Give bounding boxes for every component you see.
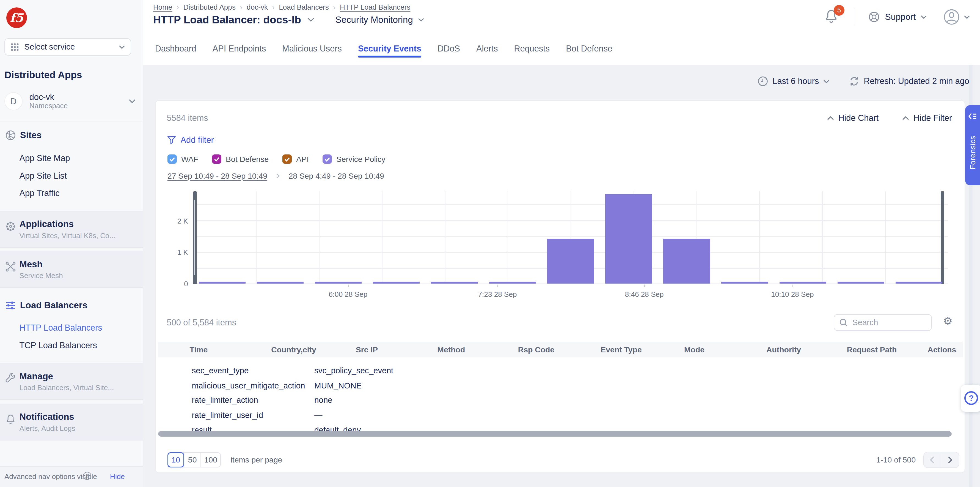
- sidebar-item-app-traffic[interactable]: App Traffic: [19, 188, 59, 198]
- user-menu[interactable]: [943, 8, 970, 26]
- sidebar-item-notifications[interactable]: Notifications Alerts, Audit Logs: [0, 404, 143, 441]
- tab-api-endpoints[interactable]: API Endpoints: [213, 44, 266, 61]
- time-range-selector[interactable]: Last 6 hours: [757, 76, 830, 87]
- breadcrumb-load-balancers[interactable]: Load Balancers: [279, 3, 329, 11]
- notification-count-badge: 5: [834, 5, 845, 16]
- row-key: rate_limiter_action: [192, 395, 258, 405]
- chart-bar: [896, 282, 942, 284]
- tab-bot-defense[interactable]: Bot Defense: [566, 44, 612, 61]
- previous-time-window-link[interactable]: 27 Sep 10:49 - 28 Sep 10:49: [167, 171, 267, 180]
- column-header-country-city: Country,city: [271, 345, 316, 354]
- tab-bar: Dashboard API Endpoints Malicious Users …: [155, 44, 612, 61]
- sidebar-item-tcp-load-balancers[interactable]: TCP Load Balancers: [19, 340, 97, 350]
- filter-checkbox-waf[interactable]: WAF: [167, 155, 198, 164]
- tab-security-events[interactable]: Security Events: [358, 44, 421, 61]
- y-axis-tick-0: 0: [161, 280, 188, 288]
- x-axis-label-1: 6:00 28 Sep: [329, 290, 368, 299]
- table-row[interactable]: rate_limiter_user_id —: [158, 408, 963, 423]
- checkbox-checked-icon: [323, 155, 332, 164]
- select-service-label: Select service: [24, 42, 75, 51]
- chart-bar: [721, 282, 768, 284]
- page-size-selector: 10 50 100: [167, 452, 221, 468]
- add-filter-button[interactable]: Add filter: [167, 135, 214, 145]
- sidebar-item-app-site-list[interactable]: App Site List: [19, 171, 67, 181]
- title-dropdown[interactable]: [307, 18, 314, 22]
- breadcrumb-home[interactable]: Home: [153, 3, 172, 11]
- sidebar-item-sites[interactable]: Sites: [5, 130, 41, 141]
- clock-icon: [757, 76, 768, 87]
- chart-bar: [199, 282, 245, 284]
- sidebar-item-subtitle: Service Mesh: [19, 271, 63, 280]
- filter-checkbox-row: WAF Bot Defense API Service Policy: [167, 155, 385, 164]
- hide-chart-button[interactable]: Hide Chart: [827, 113, 879, 123]
- brush-handle-right[interactable]: [941, 191, 945, 284]
- f5-logo[interactable]: f5: [6, 8, 27, 28]
- forensics-drawer-tab[interactable]: Forensics: [965, 105, 980, 185]
- helm-icon: [5, 221, 16, 232]
- tab-alerts[interactable]: Alerts: [476, 44, 498, 61]
- sidebar-item-load-balancers[interactable]: Load Balancers: [5, 300, 88, 311]
- hide-filter-label: Hide Filter: [913, 113, 952, 123]
- select-service-dropdown[interactable]: Select service: [5, 38, 131, 56]
- checkbox-checked-icon: [167, 155, 177, 164]
- breadcrumb-doc-vk[interactable]: doc-vk: [247, 3, 268, 11]
- chart-bar: [547, 239, 594, 283]
- load-balancer-icon: [5, 300, 16, 311]
- table-row[interactable]: sec_event_type svc_policy_sec_event: [158, 363, 963, 378]
- filter-checkbox-bot-defense[interactable]: Bot Defense: [212, 155, 269, 164]
- table-row[interactable]: malicious_user_mitigate_action MUM_NONE: [158, 378, 963, 394]
- items-per-page-label: items per page: [231, 455, 282, 465]
- security-monitoring-dropdown[interactable]: Security Monitoring: [336, 14, 424, 25]
- breadcrumb-http-load-balancers[interactable]: HTTP Load Balancers: [340, 3, 410, 11]
- table-body: sec_event_type svc_policy_sec_event mali…: [158, 357, 963, 434]
- breadcrumb-distributed-apps[interactable]: Distributed Apps: [183, 3, 235, 11]
- row-value: svc_policy_sec_event: [314, 366, 393, 375]
- mesh-icon: [5, 261, 16, 272]
- sidebar-item-mesh[interactable]: Mesh Service Mesh: [0, 251, 143, 288]
- row-value: —: [314, 410, 323, 420]
- sidebar-item-manage[interactable]: Manage Load Balancers, Virtual Site...: [0, 363, 143, 400]
- sidebar-item-app-site-map[interactable]: App Site Map: [19, 153, 70, 163]
- tab-ddos[interactable]: DDoS: [438, 44, 460, 61]
- help-tooltip-icon[interactable]: [83, 472, 91, 480]
- namespace-name: doc-vk: [29, 93, 68, 102]
- tab-dashboard[interactable]: Dashboard: [155, 44, 196, 61]
- lifebuoy-icon: [868, 11, 880, 23]
- support-menu[interactable]: Support: [868, 11, 927, 23]
- next-page-button[interactable]: [941, 452, 959, 468]
- page-size-50[interactable]: 50: [184, 453, 201, 467]
- table-row[interactable]: rate_limiter_action none: [158, 393, 963, 408]
- previous-page-button[interactable]: [924, 452, 942, 468]
- hide-chart-label: Hide Chart: [838, 113, 878, 123]
- page-size-100[interactable]: 100: [201, 453, 220, 467]
- sidebar-item-applications[interactable]: Applications Virtual Sites, Virtual K8s,…: [0, 211, 143, 248]
- checkbox-label: API: [296, 155, 309, 164]
- search-input[interactable]: [853, 318, 926, 327]
- chart-bar: [780, 282, 826, 284]
- hide-advanced-nav-link[interactable]: Hide: [110, 473, 125, 481]
- row-key: malicious_user_mitigate_action: [192, 381, 305, 390]
- filter-checkbox-api[interactable]: API: [282, 155, 309, 164]
- checkbox-checked-icon: [212, 155, 221, 164]
- hide-filter-button[interactable]: Hide Filter: [902, 113, 952, 123]
- settings-gear-icon[interactable]: [943, 315, 953, 327]
- notifications-bell-button[interactable]: 5: [824, 8, 840, 26]
- add-filter-label: Add filter: [181, 135, 214, 145]
- chevron-right-icon: [276, 173, 280, 179]
- refresh-button[interactable]: Refresh: Updated 2 min ago: [849, 76, 969, 87]
- tab-malicious-users[interactable]: Malicious Users: [282, 44, 342, 61]
- table-search: [834, 314, 932, 331]
- filter-checkbox-service-policy[interactable]: Service Policy: [323, 155, 385, 164]
- help-button[interactable]: [961, 385, 980, 412]
- sidebar-item-http-load-balancers[interactable]: HTTP Load Balancers: [19, 323, 102, 333]
- sidebar-footer: Advanced nav options visible Hide: [0, 466, 143, 487]
- brush-handle-left[interactable]: [193, 191, 197, 284]
- namespace-avatar: D: [5, 92, 22, 110]
- sidebar-item-label: Load Balancers: [20, 300, 88, 311]
- page-size-10[interactable]: 10: [167, 452, 184, 468]
- namespace-selector[interactable]: D doc-vk Namespace: [5, 90, 135, 113]
- column-header-authority: Authority: [766, 345, 801, 354]
- tab-requests[interactable]: Requests: [514, 44, 550, 61]
- header-divider: [854, 8, 854, 26]
- horizontal-scrollbar[interactable]: [158, 431, 952, 437]
